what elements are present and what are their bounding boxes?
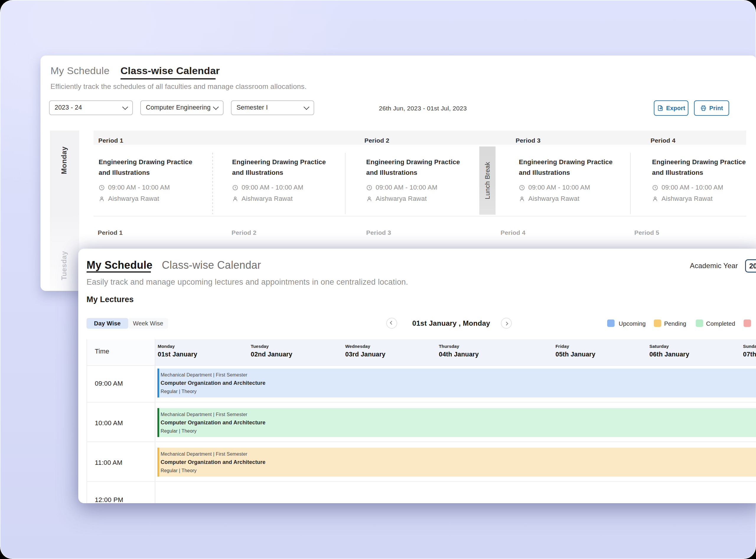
print-label: Print xyxy=(709,105,723,111)
lecture-title-line1: Engineering Drawing Practice xyxy=(519,157,613,167)
time-slot-label: 10:00 AM xyxy=(95,420,123,426)
next-day-button[interactable] xyxy=(501,318,512,329)
lecture-time-text: 09:00 AM - 10:00 AM xyxy=(662,184,723,191)
day-header-date: 02nd January xyxy=(251,351,292,358)
chevron-left-icon xyxy=(390,321,394,325)
export-button[interactable]: Export xyxy=(654,100,688,116)
day-header-weekday: Sunday xyxy=(743,344,756,349)
tuesday-period-3: Period 3 xyxy=(366,229,391,236)
lecture-title-line2: and Illustrations xyxy=(232,167,326,178)
time-slot-label: 09:00 AM xyxy=(95,380,123,387)
clock-icon xyxy=(366,184,372,191)
tuesday-row-label: Tuesday xyxy=(61,251,68,280)
legend-pending-label: Pending xyxy=(664,321,686,327)
monday-period-2: Period 2 xyxy=(364,137,389,143)
date-range-label: 26th Jun, 2023 - 01st Jul, 2023 xyxy=(379,105,467,111)
academic-year-value: 2023 - 24 xyxy=(54,105,82,111)
monday-row-label: Monday xyxy=(61,147,68,174)
monday-period-4: Period 4 xyxy=(650,137,675,143)
day-header-date: 04th January xyxy=(439,351,479,358)
tuesday-period-2: Period 2 xyxy=(231,229,256,236)
day-header-weekday: Saturday xyxy=(649,344,689,349)
lecture-title-line1: Engineering Drawing Practice xyxy=(652,157,746,167)
front-subtitle: Easily track and manage upcoming lecture… xyxy=(87,278,408,286)
lecture-time: 09:00 AM - 10:00 AM xyxy=(366,184,437,191)
event-pending[interactable]: Mechanical Department | First Semester C… xyxy=(157,448,756,477)
chevron-right-icon xyxy=(504,322,508,326)
event-completed[interactable]: Mechanical Department | First Semester C… xyxy=(157,408,756,437)
day-header-weekday: Friday xyxy=(555,344,595,349)
day-header-weekday: Monday xyxy=(158,344,197,349)
row-line xyxy=(87,365,756,366)
day-header: Saturday 06th January xyxy=(649,344,689,358)
monday-period-header xyxy=(94,131,746,145)
chevron-down-icon xyxy=(122,104,128,110)
row-line xyxy=(87,481,756,482)
academic-year-label: Academic Year xyxy=(690,262,738,269)
active-tab-underline xyxy=(120,78,216,80)
lecture-time-text: 09:00 AM - 10:00 AM xyxy=(108,184,170,191)
time-slot-label: 11:00 AM xyxy=(95,460,123,466)
lecture-time-text: 09:00 AM - 10:00 AM xyxy=(242,184,303,191)
person-icon xyxy=(232,196,238,202)
period-separator xyxy=(345,153,346,214)
tab-my-schedule-back[interactable]: My Schedule xyxy=(50,66,110,75)
table-left-border xyxy=(87,339,87,503)
academic-year-dropdown-value: 20 xyxy=(749,263,756,270)
event-upcoming[interactable]: Mechanical Department | First Semester C… xyxy=(157,368,756,398)
my-schedule-panel: My Schedule Class-wise Calendar Academic… xyxy=(78,249,756,503)
clock-icon xyxy=(652,184,658,191)
tuesday-period-5: Period 5 xyxy=(634,229,659,236)
tab-class-wise-calendar-back[interactable]: Class-wise Calendar xyxy=(120,66,220,75)
lecture-faculty: Aishwarya Rawat xyxy=(366,196,427,202)
department-select[interactable]: Computer Engineering xyxy=(140,100,224,115)
event-status-bar xyxy=(157,448,159,477)
lecture-title: Engineering Drawing Practiceand Illustra… xyxy=(366,157,460,178)
event-title: Computer Organization and Architecture xyxy=(161,380,266,386)
event-status-bar xyxy=(157,368,159,398)
screenshot-stage: My Schedule Class-wise Calendar Efficien… xyxy=(0,0,756,559)
monday-period-3: Period 3 xyxy=(516,137,540,143)
lecture-card[interactable]: Engineering Drawing Practiceand Illustra… xyxy=(232,157,326,178)
lecture-faculty: Aishwarya Rawat xyxy=(98,196,159,202)
lecture-title-line1: Engineering Drawing Practice xyxy=(98,157,192,167)
day-header-weekday: Tuesday xyxy=(251,344,292,349)
semester-select[interactable]: Semester I xyxy=(231,100,314,115)
legend-completed-swatch xyxy=(696,319,703,327)
academic-year-select[interactable]: 2023 - 24 xyxy=(49,100,133,115)
lecture-card[interactable]: Engineering Drawing Practiceand Illustra… xyxy=(652,157,746,178)
lecture-title-line1: Engineering Drawing Practice xyxy=(232,157,326,167)
day-header-date: 03rd January xyxy=(345,351,385,358)
event-department: Mechanical Department | First Semester xyxy=(161,452,247,456)
department-value: Computer Engineering xyxy=(146,105,210,111)
day-header: Thursday 04th January xyxy=(439,344,479,358)
day-header: Monday 01st January xyxy=(158,344,197,358)
lecture-card[interactable]: Engineering Drawing Practiceand Illustra… xyxy=(366,157,460,178)
week-wise-tab[interactable]: Week Wise xyxy=(128,318,168,329)
event-meta: Regular | Theory xyxy=(161,429,197,433)
prev-day-button[interactable] xyxy=(386,318,397,329)
tab-class-wise-calendar-front[interactable]: Class-wise Calendar xyxy=(162,260,261,270)
event-department: Mechanical Department | First Semester xyxy=(161,412,247,417)
print-button[interactable]: Print xyxy=(694,100,729,116)
lecture-faculty-text: Aishwarya Rawat xyxy=(108,196,159,202)
lecture-card[interactable]: Engineering Drawing Practiceand Illustra… xyxy=(98,157,192,178)
day-wise-tab[interactable]: Day Wise xyxy=(87,318,128,329)
lecture-time-text: 09:00 AM - 10:00 AM xyxy=(376,184,437,191)
lecture-time: 09:00 AM - 10:00 AM xyxy=(232,184,303,191)
row-line xyxy=(87,442,756,442)
current-date-label: 01st January , Monday xyxy=(412,320,490,327)
legend-upcoming-label: Upcoming xyxy=(619,321,646,327)
export-label: Export xyxy=(666,105,685,111)
monday-period-1: Period 1 xyxy=(98,137,123,143)
academic-year-dropdown[interactable]: 20 xyxy=(745,259,756,272)
day-header: Tuesday 02nd January xyxy=(251,344,292,358)
chevron-down-icon xyxy=(213,104,219,110)
lecture-title-line2: and Illustrations xyxy=(98,167,192,178)
lecture-card[interactable]: Engineering Drawing Practiceand Illustra… xyxy=(519,157,613,178)
print-icon xyxy=(700,105,707,111)
tab-my-schedule-front[interactable]: My Schedule xyxy=(87,260,152,270)
lecture-faculty: Aishwarya Rawat xyxy=(232,196,293,202)
row-divider xyxy=(94,216,746,217)
lecture-title: Engineering Drawing Practiceand Illustra… xyxy=(98,157,192,178)
